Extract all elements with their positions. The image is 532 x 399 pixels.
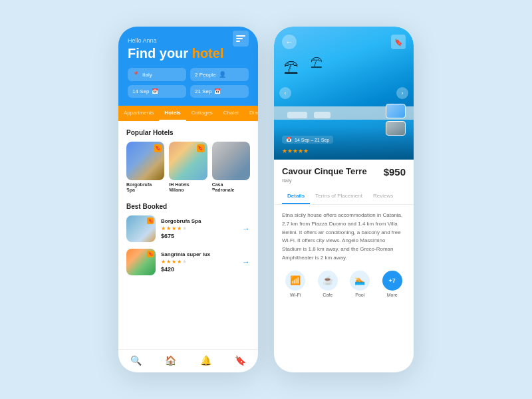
filter-button[interactable]	[233, 31, 249, 47]
page-title: Find your hotel	[128, 45, 223, 61]
guests-field[interactable]: 2 People 👤	[190, 68, 249, 81]
title-part1: Find your	[128, 46, 192, 61]
back-button[interactable]: ←	[282, 35, 297, 49]
hotel-summary: Cavour Cinque Terre Italy $950	[274, 160, 414, 189]
checkout-value: 21 Sep	[195, 88, 211, 94]
right-phone: ⛱ ⛱ ← 🔖 ‹ › 📅 14 Sep – 21 Sep ★★★★★	[274, 27, 414, 372]
tab-appartments[interactable]: Appartments	[118, 106, 159, 121]
nav-home[interactable]: 🏠	[165, 355, 176, 366]
popular-grid: 🔖 BorgobrufaSpa 🔖 IH HotelsMilano CasaPa…	[126, 142, 250, 194]
bookmark-badge-1: 🔖	[147, 217, 154, 224]
tab-hotels[interactable]: Hotels	[159, 106, 186, 121]
tab-reviews[interactable]: Reviews	[368, 189, 398, 204]
popular-card-1[interactable]: 🔖 BorgobrufaSpa	[126, 142, 164, 194]
nav-search[interactable]: 🔍	[130, 355, 142, 366]
location-value: Italy	[142, 72, 152, 78]
best-booked-list: 🔖 Borgobrufa Spa ★★★★★ $675 → 🔖 Sangrini…	[126, 215, 250, 283]
amenity-more[interactable]: +7 More	[379, 271, 406, 297]
best-title: Best Booked	[126, 203, 250, 210]
search-row: 📍 Italy 2 People 👤	[128, 68, 249, 81]
guests-icon: 👤	[219, 71, 226, 78]
date-range: 14 Sep – 21 Sep	[295, 138, 329, 142]
lounge-chair-1	[287, 112, 307, 118]
amenity-wifi: 📶 Wi-Fi	[282, 271, 309, 297]
amenity-cafe: ☕ Cafe	[315, 271, 342, 297]
bookmark-icon-1: 🔖	[154, 144, 162, 152]
hotel-info-bar: 📅 14 Sep – 21 Sep ★★★★★	[274, 126, 414, 160]
tab-diam[interactable]: Diam.	[244, 106, 258, 121]
guests-value: 2 People	[195, 72, 216, 78]
hotel-name: Cavour Cinque Terre	[282, 166, 367, 176]
bookmark-badge-2: 🔖	[147, 251, 154, 257]
booked-img-1: 🔖	[126, 215, 156, 242]
tab-details[interactable]: Details	[282, 189, 310, 204]
booked-name-1: Borgobrufa Spa	[161, 218, 237, 224]
thumb-1[interactable]	[386, 104, 406, 118]
hotel-top-bar: ← 🔖	[274, 35, 414, 49]
left-content: Popular Hotels 🔖 BorgobrufaSpa 🔖 IH Hote…	[118, 121, 258, 349]
detail-tabs: Details Terms of Placement Reviews	[274, 189, 414, 205]
prev-photo-button[interactable]: ‹	[279, 87, 291, 99]
tab-cottages[interactable]: Cottages	[186, 106, 218, 121]
svg-rect-0	[236, 35, 245, 37]
wifi-label: Wi-Fi	[290, 293, 301, 297]
list-item[interactable]: 🔖 Sangrinia super lux ★★★★★ $420 →	[126, 249, 250, 275]
checkin-field[interactable]: 14 Sep 📅	[128, 85, 186, 98]
popular-card-label-2: IH HotelsMilano	[169, 182, 207, 194]
title-part2: hotel	[192, 46, 224, 61]
date-badge: 📅 14 Sep – 21 Sep	[282, 136, 333, 144]
left-phone: Hello Anna Find your hotel 📍 Italy 2 Peo…	[118, 27, 258, 372]
tab-chalet[interactable]: Chalet	[218, 106, 244, 121]
wifi-icon: 📶	[285, 271, 305, 291]
amenities-row: 📶 Wi-Fi ☕ Cafe 🏊 Pool +7 More	[282, 271, 406, 304]
next-photo-button[interactable]: ›	[396, 87, 408, 99]
checkout-field[interactable]: 21 Sep 📅	[190, 85, 249, 98]
hotel-country: Italy	[282, 178, 367, 184]
checkin-value: 14 Sep	[132, 88, 149, 94]
popular-card-2[interactable]: 🔖 IH HotelsMilano	[169, 142, 207, 194]
date-row: 14 Sep 📅 21 Sep 📅	[128, 85, 249, 98]
greeting-text: Hello Anna	[128, 37, 249, 44]
detail-body: Etna sicily house offers accommodation i…	[274, 205, 414, 372]
tab-terms[interactable]: Terms of Placement	[310, 189, 368, 204]
checkout-icon: 📅	[214, 88, 221, 94]
booked-info-1: Borgobrufa Spa ★★★★★ $675	[161, 218, 237, 239]
popular-card-label-3: CasaPadronale	[212, 182, 250, 194]
cafe-label: Cafe	[323, 293, 332, 297]
popular-card-3[interactable]: CasaPadronale	[212, 142, 250, 194]
bookmark-icon-2: 🔖	[197, 144, 205, 152]
lounge-chair-2	[314, 112, 331, 118]
more-label: More	[387, 293, 398, 297]
more-icon: +7	[382, 271, 402, 291]
nav-bell[interactable]: 🔔	[200, 355, 211, 366]
list-item[interactable]: 🔖 Borgobrufa Spa ★★★★★ $675 →	[126, 215, 250, 242]
pool-label: Pool	[355, 293, 364, 297]
booked-price-1: $675	[161, 233, 237, 239]
bottom-nav: 🔍 🏠 🔔 🔖	[118, 349, 258, 372]
save-button[interactable]: 🔖	[391, 35, 406, 49]
svg-rect-1	[236, 38, 243, 39]
pool-icon: 🏊	[350, 271, 370, 291]
hotel-price: $950	[384, 166, 406, 178]
umbrella-1: ⛱	[284, 60, 299, 77]
location-field[interactable]: 📍 Italy	[128, 68, 186, 81]
amenity-pool: 🏊 Pool	[346, 271, 374, 297]
svg-rect-2	[236, 41, 240, 42]
category-tabs: Appartments Hotels Cottages Chalet Diam.	[118, 106, 258, 121]
umbrella-2: ⛱	[311, 57, 323, 70]
booked-name-2: Sangrinia super lux	[161, 251, 237, 257]
stars-2: ★★★★★	[161, 259, 237, 265]
nav-bookmark[interactable]: 🔖	[235, 355, 246, 366]
calendar-icon: 📅	[286, 137, 292, 142]
booked-info-2: Sangrinia super lux ★★★★★ $420	[161, 251, 237, 273]
arrow-icon-2: →	[242, 257, 250, 267]
hotel-hero: ⛱ ⛱ ← 🔖 ‹ › 📅 14 Sep – 21 Sep ★★★★★	[274, 27, 414, 160]
hotel-description: Etna sicily house offers accommodation i…	[282, 211, 406, 263]
cafe-icon: ☕	[318, 271, 338, 291]
checkin-icon: 📅	[152, 88, 158, 94]
popular-title: Popular Hotels	[126, 129, 250, 136]
booked-img-2: 🔖	[126, 249, 156, 275]
arrow-icon-1: →	[242, 224, 250, 233]
popular-card-label-1: BorgobrufaSpa	[126, 182, 164, 194]
left-header: Hello Anna Find your hotel 📍 Italy 2 Peo…	[118, 27, 258, 106]
